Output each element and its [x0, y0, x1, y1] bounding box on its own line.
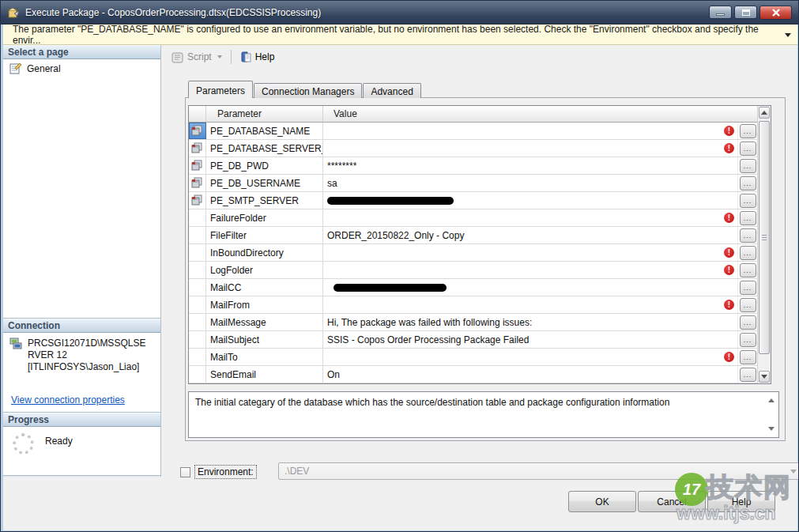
- parameter-name-cell[interactable]: MailFrom: [206, 296, 323, 313]
- row-selector-cell[interactable]: [189, 296, 206, 313]
- parameter-value-cell[interactable]: !: [323, 209, 738, 226]
- grid-header-value[interactable]: Value: [323, 106, 757, 122]
- parameter-value-cell[interactable]: [323, 279, 738, 296]
- description-scroll-down-icon[interactable]: [768, 427, 775, 431]
- parameter-name-cell[interactable]: MailCC: [206, 279, 323, 296]
- ellipsis-button[interactable]: ...: [740, 333, 756, 347]
- maximize-button[interactable]: [734, 6, 757, 19]
- parameter-name-cell[interactable]: MailSubject: [206, 331, 323, 348]
- table-row[interactable]: MailCC...: [189, 279, 757, 296]
- grid-vertical-scrollbar[interactable]: [757, 106, 771, 383]
- table-row[interactable]: PE_DB_USERNAMEsa...: [189, 175, 757, 192]
- environment-checkbox[interactable]: [180, 467, 190, 477]
- scrollbar-thumb[interactable]: [759, 121, 770, 354]
- environment-label[interactable]: Environment:: [194, 465, 257, 479]
- parameter-value-cell[interactable]: ORDER_20150822_Only - Copy: [323, 227, 738, 243]
- parameter-value-cell[interactable]: Hi, The package was failed with followin…: [323, 314, 738, 330]
- ellipsis-button[interactable]: ...: [740, 176, 756, 191]
- script-button[interactable]: Script: [168, 49, 226, 66]
- parameter-name-cell[interactable]: SendEmail: [206, 366, 323, 383]
- table-row[interactable]: PE_DB_PWD********...: [189, 157, 757, 175]
- row-selector-cell[interactable]: [189, 314, 206, 330]
- environment-combobox[interactable]: .\DEV: [278, 462, 799, 480]
- ellipsis-button[interactable]: ...: [740, 368, 756, 382]
- table-row[interactable]: MailTo!...: [189, 349, 757, 366]
- parameter-name-cell[interactable]: PE_DB_PWD: [206, 157, 323, 174]
- row-selector-cell[interactable]: [189, 262, 206, 278]
- parameter-icon-cell[interactable]: [189, 140, 206, 157]
- tab-connection-managers[interactable]: Connection Managers: [254, 83, 362, 98]
- row-selector-cell[interactable]: [189, 209, 206, 226]
- parameter-icon-cell[interactable]: [189, 175, 206, 191]
- parameter-value-cell[interactable]: sa: [323, 175, 738, 191]
- ellipsis-button[interactable]: ...: [740, 350, 756, 364]
- parameter-name-cell[interactable]: MailMessage: [206, 314, 323, 330]
- close-button[interactable]: [759, 6, 792, 20]
- table-row[interactable]: MailSubjectSSIS - Copos Order Processing…: [189, 331, 757, 349]
- parameter-value-cell[interactable]: [323, 192, 738, 209]
- parameter-name-cell[interactable]: LogFolder: [206, 262, 323, 278]
- parameter-value-cell[interactable]: On: [323, 366, 738, 383]
- row-selector-cell[interactable]: [189, 366, 206, 383]
- parameter-value-cell[interactable]: SSIS - Copos Order Processing Package Fa…: [323, 331, 738, 348]
- parameter-icon-cell[interactable]: [189, 123, 206, 139]
- parameter-value-cell[interactable]: !: [323, 244, 738, 261]
- parameter-icon-cell[interactable]: [189, 157, 206, 174]
- parameter-name-cell[interactable]: MailTo: [206, 349, 323, 365]
- row-selector-cell[interactable]: [189, 349, 206, 365]
- parameter-value-cell[interactable]: !: [323, 296, 738, 313]
- warning-dropdown-icon[interactable]: [785, 33, 791, 37]
- ellipsis-button[interactable]: ...: [740, 124, 756, 138]
- help-toolbar-button[interactable]: Help: [236, 49, 279, 66]
- parameter-name-cell[interactable]: PE_DATABASE_NAME: [206, 123, 323, 139]
- warning-banner[interactable]: The parameter "PE_DATABASE_NAME" is conf…: [3, 25, 797, 45]
- ellipsis-button[interactable]: ...: [740, 281, 756, 295]
- grid-header-parameter[interactable]: Parameter: [206, 106, 323, 122]
- parameter-name-cell[interactable]: FileFilter: [206, 227, 323, 243]
- ellipsis-button[interactable]: ...: [740, 298, 756, 312]
- parameter-name-cell[interactable]: FailureFolder: [206, 209, 323, 226]
- parameter-icon-cell[interactable]: [189, 192, 206, 209]
- table-row[interactable]: FileFilterORDER_20150822_Only - Copy...: [189, 227, 757, 244]
- table-row[interactable]: LogFolder!...: [189, 262, 757, 279]
- script-dropdown-icon[interactable]: [217, 55, 222, 58]
- table-row[interactable]: FailureFolder!...: [189, 209, 757, 227]
- table-row[interactable]: PE_DATABASE_NAME!...: [189, 123, 757, 140]
- parameter-value-cell[interactable]: !: [323, 262, 738, 278]
- ellipsis-button[interactable]: ...: [740, 194, 756, 208]
- row-selector-cell[interactable]: [189, 227, 206, 243]
- scroll-up-button[interactable]: [759, 107, 770, 119]
- title-bar[interactable]: Execute Package - CoposOrderProcessing.d…: [1, 1, 798, 25]
- table-row[interactable]: SendEmailOn...: [189, 366, 757, 383]
- ellipsis-button[interactable]: ...: [740, 159, 756, 173]
- row-selector-cell[interactable]: [189, 331, 206, 348]
- ellipsis-button[interactable]: ...: [740, 228, 756, 243]
- table-row[interactable]: PE_DATABASE_SERVER_...!...: [189, 140, 757, 157]
- parameter-value-cell[interactable]: !: [323, 140, 738, 157]
- ok-button[interactable]: OK: [568, 491, 636, 512]
- parameter-value-cell[interactable]: !: [323, 349, 738, 365]
- description-scroll-up-icon[interactable]: [768, 398, 775, 402]
- ellipsis-button[interactable]: ...: [740, 141, 756, 156]
- table-row[interactable]: MailFrom!...: [189, 296, 757, 314]
- row-selector-cell[interactable]: [189, 279, 206, 296]
- view-connection-properties-link[interactable]: View connection properties: [11, 394, 125, 406]
- ellipsis-button[interactable]: ...: [740, 263, 756, 277]
- sidebar-item-general[interactable]: General: [3, 59, 160, 76]
- parameter-value-cell[interactable]: ********: [323, 157, 738, 174]
- ellipsis-button[interactable]: ...: [740, 211, 756, 225]
- ellipsis-button[interactable]: ...: [740, 315, 756, 330]
- row-selector-cell[interactable]: [189, 244, 206, 261]
- parameter-name-cell[interactable]: PE_DB_USERNAME: [206, 175, 323, 191]
- tab-advanced[interactable]: Advanced: [363, 83, 420, 98]
- tab-parameters[interactable]: Parameters: [188, 81, 253, 98]
- parameter-name-cell[interactable]: PE_SMTP_SERVER: [206, 192, 323, 209]
- table-row[interactable]: InBoundDirectory!...: [189, 244, 757, 262]
- help-button[interactable]: Help: [707, 491, 775, 512]
- parameter-name-cell[interactable]: PE_DATABASE_SERVER_...: [206, 140, 323, 157]
- cancel-button[interactable]: Cancel: [638, 491, 706, 512]
- table-row[interactable]: MailMessageHi, The package was failed wi…: [189, 314, 757, 331]
- parameter-value-cell[interactable]: !: [323, 123, 738, 139]
- ellipsis-button[interactable]: ...: [740, 246, 756, 260]
- table-row[interactable]: PE_SMTP_SERVER...: [189, 192, 757, 209]
